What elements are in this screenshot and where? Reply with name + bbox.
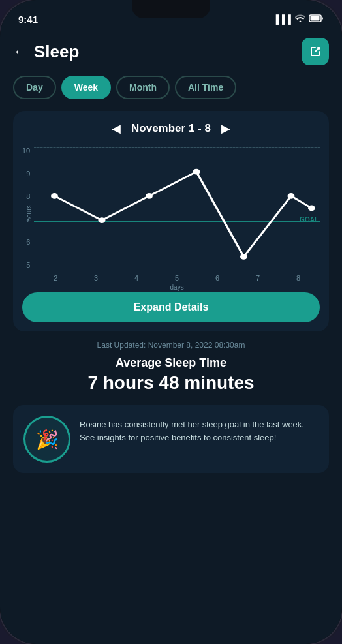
prev-period-button[interactable]: ◀ [112,121,121,136]
svg-point-3 [99,217,106,223]
chart-area: hours 10 9 8 7 6 5 [22,145,320,282]
chart-date-range: November 1 - 8 [131,122,211,135]
avg-sleep-title: Average Sleep Time [13,356,329,370]
notch [132,0,210,18]
celebration-icon: 🎉 [36,429,59,450]
chart-plot: GOAL [34,145,320,282]
svg-rect-1 [311,16,320,20]
x-label-5: 5 [175,274,179,282]
x-label-7: 7 [256,274,260,282]
svg-point-8 [308,206,315,211]
avg-sleep-value: 7 hours 48 minutes [13,373,329,393]
tab-week[interactable]: Week [61,76,111,99]
x-label-2: 2 [54,274,57,282]
status-time: 9:41 [18,14,38,25]
chart-inner: 10 9 8 7 6 5 [22,145,320,282]
x-axis-title: days [170,284,184,291]
last-updated: Last Updated: November 8, 2022 08:30am [13,341,329,350]
insight-card: 🎉 Rosine has consistently met her sleep … [13,405,329,473]
avg-sleep-section: Average Sleep Time 7 hours 48 minutes [13,356,329,393]
next-period-button[interactable]: ▶ [221,121,230,136]
chart-nav: ◀ November 1 - 8 ▶ [22,121,320,136]
battery-icon [309,14,324,24]
x-axis: 2 3 4 5 6 7 8 days [34,274,320,282]
y-label-9: 9 [26,170,30,177]
tab-alltime[interactable]: All Time [175,76,236,99]
phone-screen: 9:41 ▐▐▐ [0,0,342,644]
line-chart-svg [34,147,320,269]
y-label-6: 6 [26,239,30,246]
status-icons: ▐▐▐ [273,14,324,24]
tab-day[interactable]: Day [13,76,56,99]
wifi-icon [295,14,305,24]
phone-shell: 9:41 ▐▐▐ [0,0,342,644]
tab-month[interactable]: Month [116,76,170,99]
y-label-5: 5 [26,262,30,269]
svg-point-2 [51,193,58,199]
insight-icon: 🎉 [23,416,70,463]
y-label-8: 8 [26,193,30,200]
svg-point-6 [240,254,247,260]
y-label-10: 10 [22,147,30,155]
svg-point-7 [288,193,295,199]
x-label-6: 6 [215,274,219,282]
y-axis-title: hours [25,205,33,221]
header: ← Sleep [13,34,329,65]
signal-icon: ▐▐▐ [273,14,291,24]
svg-point-4 [146,193,153,199]
tab-bar: Day Week Month All Time [13,76,329,99]
header-left: ← Sleep [13,42,79,62]
page-title: Sleep [34,42,79,62]
expand-details-button[interactable]: Expand Details [22,292,320,322]
back-button[interactable]: ← [13,44,27,59]
chart-card: ◀ November 1 - 8 ▶ hours 10 9 8 7 6 5 [13,111,329,331]
x-label-4: 4 [134,274,138,282]
insight-text: Rosine has consistently met her sleep go… [80,416,319,444]
export-button[interactable] [302,38,329,65]
x-label-3: 3 [94,274,98,282]
content: ← Sleep Day Week Month All Time [0,29,342,644]
x-label-8: 8 [296,274,300,282]
svg-point-5 [193,169,200,175]
